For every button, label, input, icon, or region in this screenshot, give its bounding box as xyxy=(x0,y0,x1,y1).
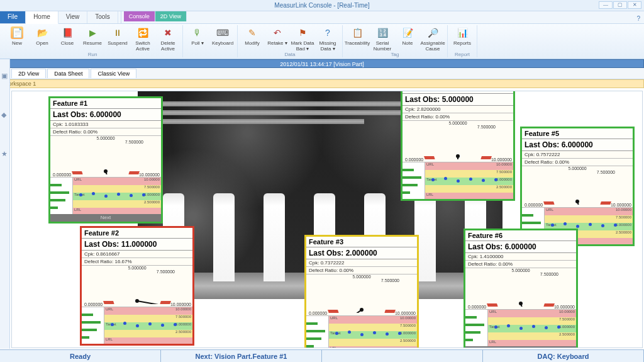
ribbon-markbad[interactable]: ⚑Mark Data Bad ▾ xyxy=(291,25,314,52)
group-report-label: Report xyxy=(450,52,474,57)
ribbon-assignable[interactable]: 🔎Assignable Cause xyxy=(421,25,445,52)
serial-icon: 🔢 xyxy=(376,26,389,39)
panel-cpk: Cpk: 1.0183333 xyxy=(50,121,161,128)
feature-panel-6[interactable]: Feature #6Last Obs: 6.000000Cpk: 1.41000… xyxy=(464,229,578,348)
help-icon[interactable]: ? xyxy=(636,15,640,22)
panel-last-obs: Last Obs: 6.000000 xyxy=(465,241,576,253)
ribbon-new[interactable]: 📄New xyxy=(5,25,29,52)
panel-footer: Current xyxy=(465,346,576,348)
ribbon-suspend[interactable]: ⏸Suspend xyxy=(106,25,130,52)
feature-panel-2[interactable]: Feature #2Last Obs: 11.000000Cpk: 0.8616… xyxy=(80,226,194,346)
tab-view[interactable]: View xyxy=(58,11,88,23)
trimester-icon[interactable]: ◆ xyxy=(1,111,9,118)
minimize-button[interactable]: — xyxy=(599,1,613,9)
panel-run-chart: URL10.000007.500000Target5.0000002.50000… xyxy=(82,307,192,344)
traceability-icon: 📋 xyxy=(351,26,364,39)
mark-bad-icon: ⚑ xyxy=(296,26,309,39)
panel-title: Feature #1 xyxy=(50,98,161,109)
tab-classic[interactable]: Classic View xyxy=(91,69,136,78)
window-titlebar: MeasurLink Console - [Real-Time] — ▢ ✕ xyxy=(0,0,644,11)
panel-run-chart: URL10.000007.500000Target5.0000002.50000… xyxy=(306,316,417,348)
panel-last-obs: Last Obs: 6.000000 xyxy=(522,139,633,151)
svg-point-11 xyxy=(519,302,523,305)
modules-icon[interactable]: ▣ xyxy=(1,72,9,79)
feature-panel-1[interactable]: Feature #1Last Obs: 6.000000Cpk: 1.01833… xyxy=(48,96,163,223)
ribbon-switch[interactable]: 🔁Switch Active xyxy=(131,25,155,52)
ribbon-serial[interactable]: 🔢Serial Number xyxy=(370,25,394,52)
panel-cpk: Cpk: 0.7372222 xyxy=(306,259,417,267)
resume-icon: ▶ xyxy=(86,26,99,39)
ribbon-reports[interactable]: 📊Reports xyxy=(450,25,474,52)
panel-title: Feature #2 xyxy=(82,228,192,239)
ribbon-modify[interactable]: ✎Modify xyxy=(240,25,264,52)
delete-icon: ✖ xyxy=(162,26,174,39)
canvas: Feature #1Last Obs: 6.000000Cpk: 1.01833… xyxy=(11,91,643,348)
close-icon: 📕 xyxy=(61,26,74,39)
ribbon-resume[interactable]: ▶Resume xyxy=(80,25,104,52)
maximize-button[interactable]: ▢ xyxy=(613,1,627,9)
ribbon-delete[interactable]: ✖Delete Active xyxy=(156,25,180,52)
close-button[interactable]: ✕ xyxy=(628,1,641,9)
ribbon-close[interactable]: 📕Close xyxy=(55,25,79,52)
panel-last-obs: Last Obs: 6.000000 xyxy=(50,109,161,121)
panel-gauge: 0.0000005.0000007.50000010.000000 xyxy=(522,166,633,208)
ribbon: 📄New 📂Open 📕Close ▶Resume ⏸Suspend 🔁Swit… xyxy=(0,24,644,59)
panel-run-chart: URL10.000007.500000Target5.0000002.50000… xyxy=(50,178,161,214)
tab-file[interactable]: File xyxy=(0,11,26,23)
svg-point-9 xyxy=(575,200,579,203)
panel-gauge: 0.0000005.0000007.50000010.000000 xyxy=(465,268,576,310)
tab-console[interactable]: Console xyxy=(124,11,155,21)
tab-home[interactable]: Home xyxy=(26,11,58,24)
assignable-icon: 🔎 xyxy=(426,26,439,39)
panel-run-chart: URL10.000007.500000Target5.0000002.50000… xyxy=(465,310,576,346)
ribbon-poll[interactable]: 🎙Poll ▾ xyxy=(186,25,209,52)
open-icon: 📂 xyxy=(36,26,48,39)
note-icon: 📝 xyxy=(401,26,414,39)
tab-datasheet[interactable]: Data Sheet xyxy=(47,69,89,78)
window-title: MeasurLink Console - [Real-Time] xyxy=(274,2,369,9)
status-daq: DAQ: Keyboard xyxy=(483,350,644,362)
switch-icon: 🔁 xyxy=(136,26,149,39)
panel-footer: Next xyxy=(50,214,161,222)
document-titlebar: 2012/01/31 13:44:17 [Vision Part] xyxy=(0,59,644,68)
panel-last-obs: Last Obs: 5.000000 xyxy=(402,94,513,106)
workspace-bar[interactable]: Workspace 1 xyxy=(0,79,644,88)
tab-2dview[interactable]: 2D View xyxy=(11,69,46,78)
panel-title: Feature #5 xyxy=(522,128,633,139)
svg-point-1 xyxy=(104,169,108,173)
retake-icon: ↶ xyxy=(271,26,284,39)
ribbon-missing[interactable]: ?Missing Data ▾ xyxy=(316,25,340,52)
keyboard-icon: ⌨ xyxy=(216,26,229,39)
ribbon-traceability[interactable]: 📋Traceability xyxy=(345,25,369,52)
panel-cpk: Cpk: 2.8200000 xyxy=(402,106,513,113)
missing-icon: ? xyxy=(321,26,334,39)
svg-point-3 xyxy=(135,299,139,303)
action-items-icon[interactable]: ★ xyxy=(1,150,9,157)
panel-last-obs: Last Obs: 2.000000 xyxy=(306,247,417,259)
panel-gauge: 0.0000005.0000007.50000010.000000 xyxy=(82,266,192,307)
panel-cpk: Cpk: 1.4100000 xyxy=(465,253,576,261)
poll-icon: 🎙 xyxy=(191,26,204,39)
status-ready: Ready xyxy=(0,350,161,362)
ribbon-retake[interactable]: ↶Retake ▾ xyxy=(265,25,289,52)
modify-icon: ✎ xyxy=(246,26,258,39)
svg-point-5 xyxy=(360,308,364,312)
panel-last-obs: Last Obs: 11.000000 xyxy=(82,239,192,251)
group-tag-label: Tag xyxy=(345,52,445,57)
feature-panel-4[interactable]: Feature #4Last Obs: 5.000000Cpk: 2.82000… xyxy=(401,91,515,201)
reports-icon: 📊 xyxy=(456,26,469,39)
tab-2dview-top[interactable]: 2D View xyxy=(155,11,187,21)
ribbon-keyboard[interactable]: ⌨Keyboard xyxy=(211,25,235,52)
group-run-label: Run xyxy=(5,52,180,57)
feature-panel-3[interactable]: Feature #3Last Obs: 2.000000Cpk: 0.73722… xyxy=(304,235,419,348)
panel-title: Feature #3 xyxy=(306,237,417,247)
left-rail: ▣ ◆ ★ xyxy=(0,59,10,349)
view-tabs: 2D View Data Sheet Classic View xyxy=(0,68,644,79)
group-data-label: Data xyxy=(240,52,340,57)
tab-tools[interactable]: Tools xyxy=(87,11,118,23)
status-mid xyxy=(322,350,483,362)
panel-cpk: Cpk: 0.8616667 xyxy=(82,251,192,258)
ribbon-open[interactable]: 📂Open xyxy=(30,25,54,52)
status-next: Next: Vision Part.Feature #1 xyxy=(161,350,322,362)
ribbon-note[interactable]: 📝Note xyxy=(396,25,419,52)
